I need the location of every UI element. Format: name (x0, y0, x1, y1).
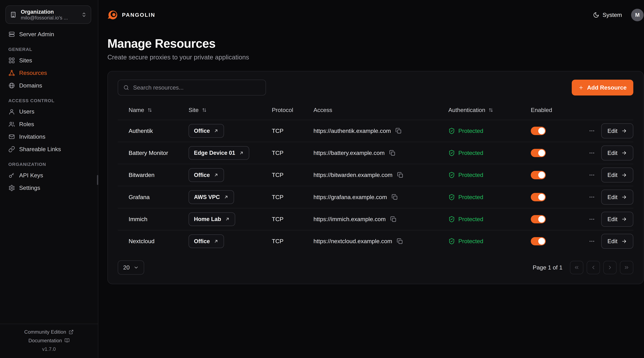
enabled-toggle[interactable] (531, 193, 546, 201)
sidebar-item-settings[interactable]: Settings (5, 182, 93, 194)
site-link-button[interactable]: AWS VPC (188, 190, 234, 204)
access-url: https://authentik.example.com (314, 128, 391, 134)
community-edition-link[interactable]: Community Edition (24, 329, 74, 335)
sidebar-item-shareable-links[interactable]: Shareable Links (5, 143, 93, 156)
sidebar-resize-handle[interactable] (97, 175, 98, 185)
edit-button[interactable]: Edit (601, 168, 633, 182)
sidebar-item-users[interactable]: Users (5, 105, 93, 118)
sidebar-item-label: Shareable Links (19, 146, 61, 153)
table-row: Nextcloud Office TCP https://nextcloud.e… (118, 230, 633, 252)
row-menu-button[interactable] (589, 194, 595, 200)
column-header-access: Access (314, 107, 448, 113)
sidebar-item-label: Roles (19, 121, 34, 128)
edit-button[interactable]: Edit (601, 212, 633, 227)
row-menu-button[interactable] (589, 238, 595, 244)
copy-icon (389, 150, 396, 156)
book-icon (64, 338, 70, 343)
sidebar-item-sites[interactable]: Sites (5, 54, 93, 67)
copy-icon (397, 238, 403, 244)
column-header-name[interactable]: Name (129, 107, 188, 113)
row-menu-button[interactable] (589, 216, 595, 222)
sidebar-item-label: Server Admin (19, 31, 54, 38)
row-menu-button[interactable] (589, 128, 595, 134)
site-link-button[interactable]: Home Lab (188, 212, 235, 226)
next-page-button[interactable] (603, 261, 616, 274)
chevron-left-icon (590, 265, 596, 270)
auth-status: Protected (458, 150, 483, 156)
arrow-right-icon (621, 238, 627, 244)
table-row: Grafana AWS VPC TCP https://grafana.exam… (118, 186, 633, 208)
enabled-toggle[interactable] (531, 215, 546, 223)
page-size-select[interactable]: 20 (118, 260, 144, 275)
resource-name: Grafana (129, 194, 188, 201)
copy-url-button[interactable] (392, 194, 398, 200)
copy-url-button[interactable] (397, 172, 403, 178)
sites-icon (8, 57, 15, 64)
site-link-button[interactable]: Office (188, 168, 224, 182)
copy-url-button[interactable] (396, 128, 402, 134)
sidebar-item-roles[interactable]: Roles (5, 118, 93, 130)
shield-check-icon (448, 238, 455, 245)
copy-url-button[interactable] (390, 216, 396, 222)
edit-button[interactable]: Edit (601, 234, 633, 249)
table-row: Bitwarden Office TCP https://bitwarden.e… (118, 164, 633, 186)
sidebar-item-invitations[interactable]: Invitations (5, 130, 93, 143)
user-icon (8, 108, 15, 115)
pagination: Page 1 of 1 (533, 261, 633, 274)
sort-icon (202, 107, 207, 113)
arrow-right-icon (621, 128, 627, 134)
edit-button[interactable]: Edit (601, 123, 633, 138)
site-link-button[interactable]: Office (188, 234, 224, 248)
section-label-access-control: ACCESS CONTROL (8, 98, 90, 103)
first-page-button[interactable] (570, 261, 583, 274)
sidebar-item-label: Invitations (19, 133, 46, 140)
copy-url-button[interactable] (397, 238, 403, 244)
add-resource-label: Add Resource (587, 84, 626, 91)
link-icon (8, 146, 15, 153)
copy-url-button[interactable] (389, 150, 396, 156)
theme-toggle[interactable]: System (593, 12, 622, 18)
last-page-button[interactable] (620, 261, 633, 274)
resource-name: Nextcloud (129, 238, 188, 245)
edit-button[interactable]: Edit (601, 146, 633, 160)
enabled-toggle[interactable] (531, 237, 546, 245)
column-header-authentication[interactable]: Authentication (448, 107, 531, 113)
topbar-right: System M (593, 9, 644, 21)
search-input[interactable] (133, 84, 260, 91)
chevrons-up-down-icon (81, 12, 87, 18)
brand[interactable]: PANGOLIN (108, 10, 155, 20)
resource-protocol: TCP (272, 238, 313, 245)
gear-icon (8, 185, 15, 191)
enabled-toggle[interactable] (531, 127, 546, 135)
site-link-button[interactable]: Office (188, 124, 224, 138)
site-link-button[interactable]: Edge Device 01 (188, 146, 249, 160)
add-resource-button[interactable]: Add Resource (572, 80, 633, 96)
edit-button[interactable]: Edit (601, 190, 633, 204)
enabled-toggle[interactable] (531, 149, 546, 157)
auth-status: Protected (458, 172, 483, 178)
org-selector[interactable]: Organization milo@fossorial.io's ... (6, 6, 91, 24)
row-menu-button[interactable] (589, 150, 595, 156)
avatar[interactable]: M (631, 9, 644, 21)
toggle-knob (538, 128, 545, 134)
resource-name: Authentik (129, 128, 188, 134)
enabled-toggle[interactable] (531, 171, 546, 179)
plus-icon (578, 85, 584, 90)
sidebar-item-resources[interactable]: Resources (5, 67, 93, 79)
column-header-site[interactable]: Site (188, 107, 272, 113)
prev-page-button[interactable] (587, 261, 600, 274)
page-subtitle: Create secure proxies to your private ap… (108, 54, 644, 61)
column-label: Authentication (448, 107, 485, 113)
sidebar-item-domains[interactable]: Domains (5, 79, 93, 92)
ellipsis-icon (589, 194, 595, 200)
pangolin-logo (108, 10, 118, 20)
documentation-link[interactable]: Documentation (28, 338, 70, 343)
edit-label: Edit (608, 238, 618, 245)
arrow-up-right-icon (214, 173, 218, 178)
resource-protocol: TCP (272, 128, 313, 134)
site-name: Office (194, 172, 210, 178)
arrow-up-right-icon (214, 128, 218, 133)
sidebar-item-api-keys[interactable]: API Keys (5, 169, 93, 182)
sidebar-item-server-admin[interactable]: Server Admin (5, 28, 93, 41)
row-menu-button[interactable] (589, 172, 595, 178)
